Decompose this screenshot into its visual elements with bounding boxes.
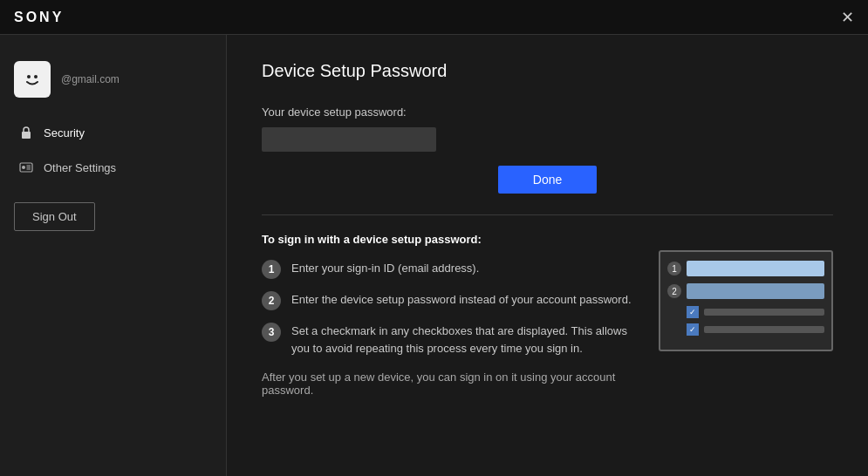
ill-checkbox-2: ✓: [687, 323, 699, 336]
password-label: Your device setup password:: [262, 105, 833, 119]
done-button[interactable]: Done: [498, 166, 597, 194]
step-2-text: Enter the device setup password instead …: [291, 291, 632, 309]
main-layout: @gmail.com Security: [0, 35, 868, 476]
step-3-text: Set a checkmark in any checkboxes that a…: [291, 323, 632, 357]
svg-point-2: [34, 75, 38, 78]
step-3: 3 Set a checkmark in any checkboxes that…: [262, 323, 632, 357]
svg-rect-0: [20, 67, 44, 92]
ill-checkbox-row-1: ✓: [687, 306, 824, 318]
ill-line-1: [704, 309, 824, 316]
sidebar-item-security[interactable]: Security: [0, 115, 226, 150]
password-display-field: [262, 127, 436, 152]
settings-card-icon: [17, 159, 35, 176]
sign-out-button[interactable]: Sign Out: [14, 202, 95, 231]
ill-pass-field: [687, 283, 824, 299]
sidebar-item-other-settings-label: Other Settings: [44, 161, 116, 174]
svg-point-5: [22, 166, 25, 169]
titlebar: SONY ✕: [0, 0, 868, 35]
step-2: 2 Enter the device setup password instea…: [262, 291, 632, 310]
close-button[interactable]: ✕: [841, 10, 854, 25]
instructions-text: To sign in with a device setup password:…: [262, 233, 632, 397]
step-3-num: 3: [262, 323, 281, 342]
step-1-text: Enter your sign-in ID (email address).: [291, 260, 479, 277]
avatar: [14, 61, 51, 98]
instructions-section: To sign in with a device setup password:…: [262, 233, 833, 397]
svg-point-1: [27, 75, 31, 78]
ill-row-2: 2: [667, 283, 824, 299]
step-2-num: 2: [262, 291, 281, 310]
user-email: @gmail.com: [61, 73, 120, 85]
ill-email-field: [687, 261, 824, 276]
sony-logo: SONY: [14, 10, 64, 25]
footer-note: After you set up a new device, you can s…: [262, 371, 632, 397]
instructions-title: To sign in with a device setup password:: [262, 233, 632, 246]
page-title: Device Setup Password: [262, 61, 833, 81]
lock-icon: [17, 124, 35, 141]
ill-checkbox-1: ✓: [687, 306, 699, 318]
step-1-num: 1: [262, 260, 281, 279]
smiley-icon: [20, 67, 44, 92]
ill-line-2: [704, 326, 824, 333]
illustration-box: 1 2 ✓ ✓: [659, 250, 833, 351]
ill-num-1: 1: [667, 262, 681, 275]
ill-num-2: 2: [667, 284, 681, 298]
ill-row-1: 1: [667, 261, 824, 276]
sidebar-item-security-label: Security: [44, 126, 85, 139]
svg-rect-3: [22, 132, 31, 139]
user-info: @gmail.com: [0, 52, 226, 115]
sidebar-item-other-settings[interactable]: Other Settings: [0, 150, 226, 185]
step-1: 1 Enter your sign-in ID (email address).: [262, 260, 632, 279]
content-area: Device Setup Password Your device setup …: [227, 35, 868, 476]
sidebar: @gmail.com Security: [0, 35, 227, 476]
ill-checkbox-row-2: ✓: [687, 323, 824, 336]
password-section: Your device setup password: Done: [262, 105, 833, 215]
